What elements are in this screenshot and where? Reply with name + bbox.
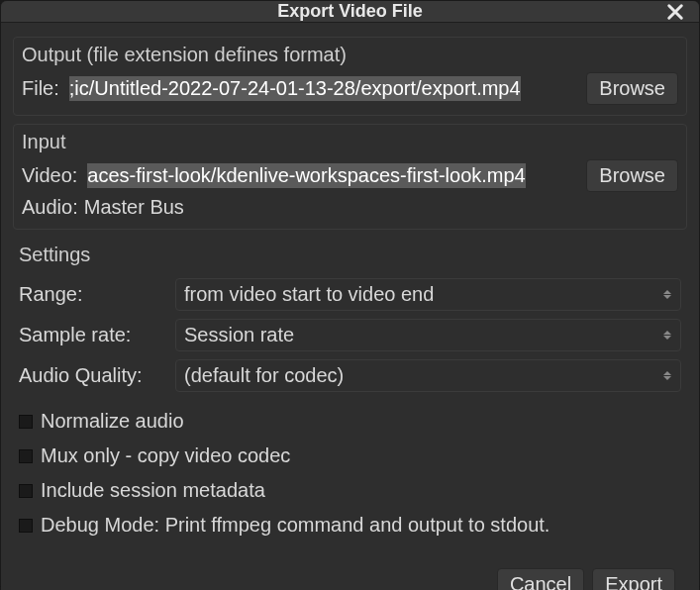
audio-quality-label: Audio Quality:	[19, 364, 167, 387]
range-select[interactable]: from video start to video end	[175, 278, 681, 311]
chevron-updown-icon	[660, 285, 674, 305]
input-video-value: aces-first-look/kdenlive-workspaces-firs…	[87, 163, 525, 188]
output-group: Output (file extension defines format) F…	[13, 37, 687, 116]
sample-rate-select[interactable]: Session rate	[175, 319, 681, 351]
normalize-audio-checkbox[interactable]: Normalize audio	[19, 410, 681, 433]
range-value: from video start to video end	[184, 283, 434, 306]
window-title: Export Video File	[277, 1, 423, 22]
dialog-footer: Cancel Export	[13, 558, 687, 590]
input-video-row: Video: aces-first-look/kdenlive-workspac…	[22, 157, 678, 194]
output-browse-button[interactable]: Browse	[586, 72, 678, 105]
mux-only-label: Mux only - copy video codec	[41, 444, 290, 467]
cancel-button[interactable]: Cancel	[497, 568, 584, 590]
audio-quality-value: (default for codec)	[184, 364, 344, 387]
input-audio-value: Master Bus	[84, 196, 184, 219]
include-metadata-checkbox[interactable]: Include session metadata	[19, 479, 681, 502]
input-group: Input Video: aces-first-look/kdenlive-wo…	[13, 124, 687, 230]
input-video-input[interactable]: aces-first-look/kdenlive-workspaces-firs…	[83, 161, 580, 190]
checkbox-icon	[19, 484, 33, 498]
checkbox-icon	[19, 519, 33, 533]
chevron-updown-icon	[660, 326, 674, 345]
settings-grid: Range: from video start to video end Sam…	[13, 274, 687, 396]
input-group-label: Input	[22, 131, 678, 153]
titlebar: Export Video File	[1, 1, 699, 23]
debug-mode-checkbox[interactable]: Debug Mode: Print ffmpeg command and out…	[19, 514, 681, 537]
output-file-row: File: ;ic/Untitled-2022-07-24-01-13-28/e…	[22, 70, 678, 107]
sample-rate-label: Sample rate:	[19, 324, 167, 346]
checkbox-icon	[19, 449, 33, 463]
checkbox-icon	[19, 415, 33, 429]
audio-quality-select[interactable]: (default for codec)	[175, 359, 681, 392]
include-metadata-label: Include session metadata	[41, 479, 265, 502]
settings-group-label: Settings	[13, 244, 687, 266]
mux-only-checkbox[interactable]: Mux only - copy video codec	[19, 444, 681, 467]
output-file-label: File:	[22, 77, 59, 100]
dialog-content: Output (file extension defines format) F…	[1, 23, 699, 590]
close-icon[interactable]	[665, 2, 685, 22]
output-group-label: Output (file extension defines format)	[22, 44, 678, 66]
output-file-input[interactable]: ;ic/Untitled-2022-07-24-01-13-28/export/…	[65, 74, 581, 103]
input-browse-button[interactable]: Browse	[586, 159, 678, 192]
settings-checkboxes: Normalize audio Mux only - copy video co…	[13, 404, 687, 542]
chevron-updown-icon	[660, 366, 674, 386]
sample-rate-value: Session rate	[184, 324, 294, 346]
input-video-label: Video:	[22, 164, 77, 187]
range-label: Range:	[19, 283, 167, 306]
normalize-audio-label: Normalize audio	[41, 410, 184, 433]
input-audio-label: Audio:	[22, 196, 78, 219]
debug-mode-label: Debug Mode: Print ffmpeg command and out…	[41, 514, 550, 537]
input-audio-row: Audio: Master Bus	[22, 194, 678, 221]
export-dialog: Export Video File Output (file extension…	[0, 0, 700, 590]
export-button[interactable]: Export	[592, 568, 675, 590]
output-file-value: ;ic/Untitled-2022-07-24-01-13-28/export/…	[69, 76, 521, 101]
